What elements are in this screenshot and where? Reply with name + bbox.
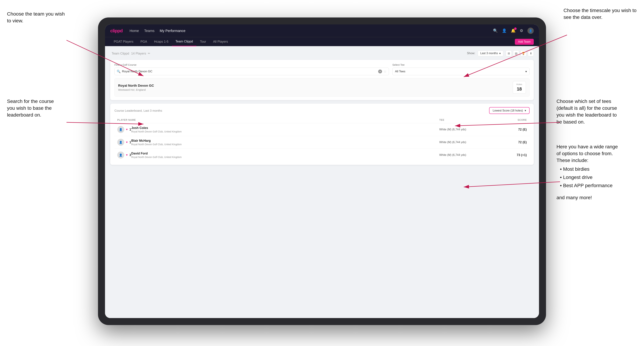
search-icon[interactable]: 🔍 <box>493 28 498 33</box>
table-header: PLAYER NAME TEE SCORE <box>114 117 530 123</box>
app-container: clippd Home Teams My Performance 🔍 👤 🔔 ⚙ <box>105 24 539 318</box>
annotation-bottom-right: Here you have a wide rangeof options to … <box>556 143 637 201</box>
annotation-mid-right: Choose which set of tees(default is all)… <box>556 98 637 125</box>
trophy-icon[interactable]: 🏆 <box>520 50 526 56</box>
col-tee: TEE <box>439 119 492 121</box>
person-icon[interactable]: 👤 <box>502 28 506 33</box>
list-view-icon[interactable]: ▤ <box>513 50 519 56</box>
annotation-top-right: Choose the timescale you wish to see the… <box>564 7 637 21</box>
app-logo: clippd <box>110 28 123 33</box>
nav-link-my-performance[interactable]: My Performance <box>160 29 186 33</box>
select-tee-label: Select Tee <box>392 63 530 66</box>
nav-icons: 🔍 👤 🔔 ⚙ 👤 <box>493 28 534 34</box>
sub-nav-all-players[interactable]: All Players <box>210 37 232 46</box>
notification-badge <box>514 27 516 30</box>
course-search-value[interactable]: Royal North Devon GC <box>122 70 378 73</box>
player-avatar: 👤 <box>117 139 124 146</box>
rank-cell: 👤 ♥ 1 <box>117 139 131 146</box>
tee-cell: White (M) (6,744 yds) <box>439 141 492 144</box>
player-name: Josh Coles <box>131 126 439 130</box>
option-drive: Longest drive <box>560 174 637 181</box>
player-club: Royal North Devon Golf Club, United King… <box>131 143 439 146</box>
edit-icon[interactable]: ✏ <box>148 52 150 55</box>
rank-number: 1 <box>130 141 131 144</box>
score-type-select[interactable]: Lowest Score (18 holes) ▾ <box>489 107 530 114</box>
user-avatar[interactable]: 👤 <box>528 28 534 34</box>
col-player: PLAYER NAME <box>117 119 439 121</box>
and-more-text: and many more! <box>556 194 637 201</box>
leaderboard-table: PLAYER NAME TEE SCORE 👤 ♥ 1 <box>114 117 530 161</box>
course-location: Westward Ho!, England <box>118 88 154 91</box>
tablet-device: clippd Home Teams My Performance 🔍 👤 🔔 ⚙ <box>98 17 546 325</box>
rank-cell: 👤 ♥ 3 <box>117 152 131 159</box>
player-avatar: 👤 <box>117 152 124 159</box>
course-name: Royal North Devon GC <box>118 84 154 88</box>
holes-number: 18 <box>516 86 522 92</box>
bell-icon[interactable]: 🔔 <box>511 28 516 33</box>
star-icon[interactable]: ☆ <box>384 69 386 74</box>
sub-nav: PGAT Players PGA Hcaps 1-5 Team Clippd T… <box>105 37 539 46</box>
annotation-top-left: Choose the team you wish to view. <box>7 10 66 24</box>
heart-icon: ♥ <box>126 128 128 131</box>
find-course-label: Find a Golf Course <box>114 63 389 66</box>
leaderboard-card: Course Leaderboard, Last 3 months Lowest… <box>110 104 534 165</box>
sub-nav-tour[interactable]: Tour <box>196 37 210 46</box>
add-team-button[interactable]: Add Team <box>515 39 534 45</box>
nav-link-teams[interactable]: Teams <box>144 29 154 33</box>
player-club: Royal North Devon Golf Club, United King… <box>131 130 439 133</box>
clear-search-button[interactable]: ✕ <box>378 70 382 73</box>
search-card: Find a Golf Course 🔍 Royal North Devon G… <box>110 60 534 100</box>
tee-select-field: Select Tee All Tees ▾ <box>392 63 530 75</box>
score-cell: 73 (+1) <box>492 153 527 157</box>
player-cell: David Ford Royal North Devon Golf Club, … <box>131 152 439 159</box>
course-search-field: Find a Golf Course 🔍 Royal North Devon G… <box>114 63 389 75</box>
nav-links: Home Teams My Performance <box>130 29 493 33</box>
team-name: Team Clippd 14 Players <box>110 51 146 55</box>
score-chevron-icon: ▾ <box>525 109 526 112</box>
score-cell: 72 (E) <box>492 141 527 144</box>
top-nav: clippd Home Teams My Performance 🔍 👤 🔔 ⚙ <box>105 24 539 37</box>
main-content: Team Clippd 14 Players ✏ Show: Last 3 mo… <box>105 46 539 318</box>
annotation-mid-left: Search for the courseyou wish to base th… <box>7 98 66 119</box>
grid-view-icon[interactable]: ⊞ <box>506 50 512 56</box>
table-row: 👤 ♥ 1 Blair McHarg Royal North Devon Gol… <box>114 136 530 149</box>
table-row: 👤 ♥ 1 Josh Coles Royal North Devon Golf … <box>114 123 530 136</box>
heart-icon: ♥ <box>126 141 128 144</box>
player-cell: Josh Coles Royal North Devon Golf Club, … <box>131 126 439 133</box>
player-name: David Ford <box>131 152 439 155</box>
holes-badge: Holes 18 <box>513 81 526 94</box>
search-row: Find a Golf Course 🔍 Royal North Devon G… <box>114 63 530 75</box>
tablet-screen: clippd Home Teams My Performance 🔍 👤 🔔 ⚙ <box>105 24 539 318</box>
option-birdies: Most birdies <box>560 166 637 173</box>
option-app: Best APP performance <box>560 182 637 189</box>
sub-nav-pga[interactable]: PGA <box>137 37 150 46</box>
player-cell: Blair McHarg Royal North Devon Golf Club… <box>131 139 439 146</box>
sub-nav-pgat-players[interactable]: PGAT Players <box>110 37 137 46</box>
settings-icon[interactable]: ⚙ <box>520 28 523 33</box>
rank-number: 1 <box>130 128 131 131</box>
sub-nav-team-clippd[interactable]: Team Clippd <box>172 37 196 46</box>
leaderboard-header: Course Leaderboard, Last 3 months Lowest… <box>114 107 530 114</box>
options-list: Most birdies Longest drive Best APP perf… <box>556 166 637 189</box>
rank-cell: 👤 ♥ 1 <box>117 126 131 133</box>
chevron-down-icon: ▾ <box>499 52 501 55</box>
search-input-wrapper: 🔍 Royal North Devon GC ✕ ☆ <box>114 68 389 75</box>
player-name: Blair McHarg <box>131 139 439 143</box>
view-icons: ⊞ ▤ 🏆 ⬇ <box>506 50 534 56</box>
download-icon[interactable]: ⬇ <box>528 50 534 56</box>
show-controls: Show: Last 3 months ▾ ⊞ ▤ 🏆 ⬇ <box>467 50 534 56</box>
tee-cell: White (M) (6,744 yds) <box>439 154 492 157</box>
table-row: 👤 ♥ 3 David Ford Royal North Devon Golf … <box>114 149 530 161</box>
rank-number: 3 <box>130 153 131 157</box>
col-score: SCORE <box>492 119 527 121</box>
tee-dropdown[interactable]: All Tees ▾ <box>392 68 530 75</box>
leaderboard-title: Course Leaderboard, Last 3 months <box>114 109 162 113</box>
tee-chevron-icon: ▾ <box>525 70 527 73</box>
search-icon-inner: 🔍 <box>117 70 120 73</box>
player-avatar: 👤 <box>117 126 124 133</box>
team-header: Team Clippd 14 Players ✏ Show: Last 3 mo… <box>110 50 534 56</box>
nav-link-home[interactable]: Home <box>130 29 139 33</box>
time-period-select[interactable]: Last 3 months ▾ <box>478 50 504 56</box>
sub-nav-hcaps[interactable]: Hcaps 1-5 <box>150 37 172 46</box>
player-club: Royal North Devon Golf Club, United King… <box>131 156 439 159</box>
